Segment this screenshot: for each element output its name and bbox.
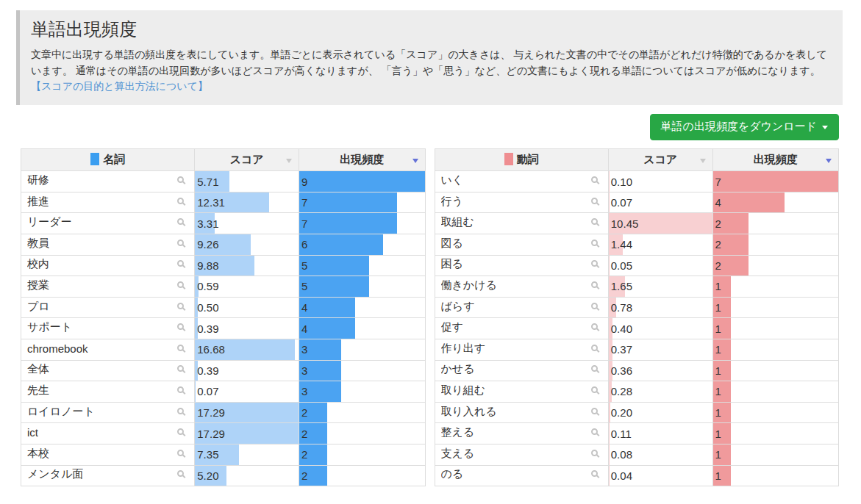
search-icon[interactable] bbox=[177, 365, 184, 372]
table-row: 作り出す0.371 bbox=[435, 339, 839, 360]
score-column-label: スコア bbox=[230, 153, 264, 165]
score-cell: 0.07 bbox=[195, 381, 299, 403]
sort-caret-icon bbox=[700, 159, 706, 163]
score-info-link[interactable]: 【スコアの目的と算出方法について】 bbox=[31, 80, 208, 93]
word-label: 作り出す bbox=[441, 342, 486, 356]
word-label: のる bbox=[441, 467, 464, 481]
score-value: 0.04 bbox=[609, 469, 632, 482]
score-cell: 0.10 bbox=[608, 171, 712, 192]
score-value: 0.59 bbox=[195, 280, 218, 292]
word-label: 取り組む bbox=[441, 384, 486, 397]
search-icon[interactable] bbox=[177, 408, 184, 414]
frequency-value: 3 bbox=[299, 364, 307, 377]
frequency-column-header[interactable]: 出現頻度 bbox=[299, 149, 425, 171]
frequency-cell: 2 bbox=[712, 255, 838, 276]
search-icon[interactable] bbox=[177, 323, 184, 330]
word-label: 推進 bbox=[27, 195, 49, 209]
word-cell: ロイロノート bbox=[21, 402, 195, 423]
frequency-cell: 3 bbox=[299, 381, 425, 403]
frequency-bar bbox=[299, 256, 369, 276]
search-icon[interactable] bbox=[591, 470, 598, 477]
word-label: 支える bbox=[441, 447, 475, 461]
table-row: 促す0.401 bbox=[435, 318, 839, 339]
search-icon[interactable] bbox=[591, 198, 598, 204]
word-label: 行う bbox=[441, 195, 463, 209]
score-cell: 0.39 bbox=[195, 360, 299, 381]
search-icon[interactable] bbox=[591, 303, 598, 309]
table-row: いく0.107 bbox=[435, 171, 839, 192]
search-icon[interactable] bbox=[177, 218, 184, 225]
score-value: 0.40 bbox=[609, 323, 632, 335]
word-cell: 校内 bbox=[21, 255, 195, 276]
word-cell: かせる bbox=[435, 360, 608, 381]
word-cell: chromebook bbox=[21, 339, 195, 360]
search-icon[interactable] bbox=[177, 303, 184, 309]
word-label: サポート bbox=[27, 320, 72, 334]
frequency-cell: 2 bbox=[299, 402, 425, 423]
word-cell: 促す bbox=[435, 318, 608, 339]
frequency-cell: 5 bbox=[299, 276, 425, 298]
word-label: リーダー bbox=[27, 215, 72, 229]
frequency-bar bbox=[713, 171, 838, 192]
search-icon[interactable] bbox=[177, 281, 184, 288]
search-icon[interactable] bbox=[177, 428, 184, 435]
table-row: 授業0.595 bbox=[21, 276, 426, 298]
frequency-value: 7 bbox=[299, 217, 307, 230]
word-label: ロイロノート bbox=[27, 405, 95, 419]
verb-column-header[interactable]: 動詞 bbox=[435, 149, 608, 171]
search-icon[interactable] bbox=[591, 345, 598, 351]
search-icon[interactable] bbox=[177, 345, 184, 351]
verb-color-swatch bbox=[504, 153, 513, 165]
search-icon[interactable] bbox=[591, 281, 598, 288]
score-cell: 0.20 bbox=[608, 402, 712, 423]
score-value: 0.10 bbox=[609, 176, 632, 188]
search-icon[interactable] bbox=[177, 260, 184, 267]
frequency-cell: 1 bbox=[712, 297, 838, 318]
word-cell: 取り組む bbox=[435, 381, 608, 403]
score-column-header[interactable]: スコア bbox=[195, 149, 299, 171]
search-icon[interactable] bbox=[591, 428, 598, 435]
search-icon[interactable] bbox=[591, 365, 598, 372]
word-label: かせる bbox=[441, 362, 475, 376]
frequency-value: 1 bbox=[713, 428, 721, 440]
word-label: 全体 bbox=[27, 362, 49, 376]
search-icon[interactable] bbox=[591, 240, 598, 246]
frequency-value: 1 bbox=[713, 448, 721, 461]
search-icon[interactable] bbox=[177, 240, 184, 246]
score-cell: 12.31 bbox=[195, 192, 299, 213]
frequency-value: 7 bbox=[299, 196, 307, 209]
score-cell: 17.29 bbox=[195, 402, 299, 423]
search-icon[interactable] bbox=[591, 323, 598, 330]
frequency-bar bbox=[299, 318, 355, 339]
search-icon[interactable] bbox=[177, 176, 184, 183]
word-label: ばらす bbox=[441, 300, 475, 314]
search-icon[interactable] bbox=[177, 386, 184, 393]
word-label: 促す bbox=[441, 320, 463, 334]
table-row: サポート0.394 bbox=[21, 318, 426, 339]
frequency-value: 5 bbox=[299, 259, 307, 272]
score-value: 0.20 bbox=[609, 406, 632, 419]
search-icon[interactable] bbox=[177, 470, 184, 477]
word-cell: 推進 bbox=[21, 192, 195, 213]
search-icon[interactable] bbox=[591, 176, 598, 183]
frequency-cell: 1 bbox=[712, 318, 838, 339]
frequency-cell: 2 bbox=[299, 465, 425, 486]
score-column-header[interactable]: スコア bbox=[608, 149, 712, 171]
noun-column-header[interactable]: 名詞 bbox=[21, 149, 195, 171]
search-icon[interactable] bbox=[177, 450, 184, 456]
frequency-cell: 1 bbox=[712, 423, 838, 444]
search-icon[interactable] bbox=[591, 408, 598, 414]
frequency-value: 5 bbox=[299, 280, 307, 292]
search-icon[interactable] bbox=[591, 218, 598, 225]
noun-color-swatch bbox=[90, 153, 99, 165]
search-icon[interactable] bbox=[177, 198, 184, 204]
search-icon[interactable] bbox=[591, 386, 598, 393]
download-button[interactable]: 単語の出現頻度をダウンロード bbox=[650, 114, 839, 140]
frequency-column-header[interactable]: 出現頻度 bbox=[712, 149, 838, 171]
score-value: 0.37 bbox=[609, 343, 632, 356]
search-icon[interactable] bbox=[591, 260, 598, 267]
score-value: 0.39 bbox=[195, 323, 218, 335]
search-icon[interactable] bbox=[591, 450, 598, 456]
table-row: メンタル面5.202 bbox=[21, 465, 426, 486]
table-row: ict17.292 bbox=[21, 423, 426, 444]
